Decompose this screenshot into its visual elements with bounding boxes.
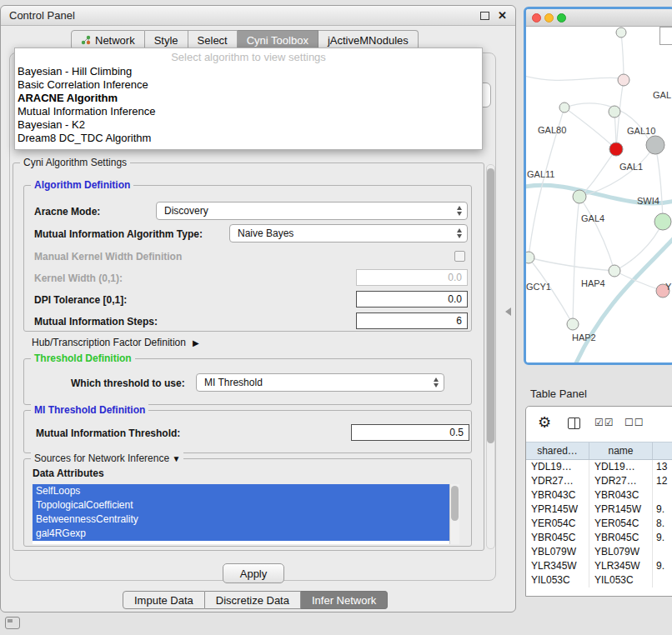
table-cell[interactable]: YBR045C <box>589 531 653 545</box>
network-node[interactable] <box>609 265 620 277</box>
settings-scrollbar[interactable] <box>486 164 495 549</box>
minimize-traffic-light-icon[interactable] <box>544 13 554 22</box>
algorithm-option[interactable]: Dream8 DC_TDC Algorithm <box>15 132 482 145</box>
table-cell[interactable]: 9. <box>653 502 672 517</box>
zoom-traffic-light-icon[interactable] <box>557 13 566 22</box>
algorithm-option[interactable]: Bayesian - K2 <box>15 118 482 132</box>
table-row[interactable]: YBR043CYBR043C <box>526 488 672 502</box>
dpi-tolerance-field[interactable]: 0.0 <box>356 291 468 308</box>
table-row[interactable]: YIL053CYIL053C <box>526 573 672 588</box>
table-cell[interactable]: YPR145W <box>589 502 653 517</box>
table-cell[interactable]: YBL079W <box>526 545 589 559</box>
table-row[interactable]: YLR345WYLR345W9. <box>526 559 672 573</box>
column-header[interactable] <box>653 442 672 459</box>
table-cell[interactable]: YBR043C <box>589 488 653 502</box>
table-cell[interactable]: 9. <box>653 531 672 545</box>
network-node[interactable] <box>609 106 620 118</box>
tab-impute-data[interactable]: Impute Data <box>123 591 205 609</box>
table-cell[interactable] <box>653 488 672 502</box>
table-cell[interactable]: YER054C <box>526 517 589 531</box>
node-label: HAP4 <box>581 278 605 288</box>
aracne-mode-combo[interactable]: Discovery <box>156 202 468 220</box>
network-node[interactable] <box>609 142 623 156</box>
mi-threshold-field[interactable]: 0.5 <box>351 424 469 441</box>
table-row[interactable]: YBL079WYBL079W <box>526 545 672 559</box>
table-cell[interactable] <box>653 573 672 588</box>
node-label: HAP2 <box>572 332 596 342</box>
attribute-list-item[interactable]: TopologicalCoefficient <box>33 498 459 512</box>
table-cell[interactable]: 13 <box>653 460 672 474</box>
manual-kernel-width-label: Manual Kernel Width Definition <box>34 248 182 266</box>
table-cell[interactable]: YDL19… <box>526 460 589 474</box>
table-row[interactable]: YER054CYER054C8. <box>526 517 672 531</box>
algorithm-option[interactable]: Bayesian - Hill Climbing <box>15 65 482 78</box>
table-cell[interactable]: 9. <box>653 559 672 573</box>
kernel-width-field[interactable]: 0.0 <box>356 269 468 286</box>
table-cell[interactable]: YER054C <box>589 517 653 531</box>
network-node[interactable] <box>573 190 586 203</box>
algorithm-definition-group: Algorithm Definition Aracne Mode: Discov… <box>23 185 472 332</box>
algorithm-option[interactable]: ARACNE Algorithm <box>15 92 482 105</box>
data-attributes-list[interactable]: SelfLoopsTopologicalCoefficientBetweenne… <box>33 484 459 544</box>
mi-steps-field[interactable]: 6 <box>356 312 468 329</box>
apply-button[interactable]: Apply <box>223 563 284 583</box>
table-cell[interactable]: YDR27… <box>526 474 589 488</box>
table-cell[interactable]: YBR045C <box>526 531 589 545</box>
combo-arrows-icon <box>457 228 462 238</box>
network-node[interactable] <box>654 213 671 230</box>
table-cell[interactable]: YPR145W <box>526 502 589 517</box>
network-node[interactable] <box>526 252 534 263</box>
network-graph[interactable]: GALGAL80GAL10GAL11GAL1SWI4GAL4GCY1HAP4YH… <box>526 27 672 365</box>
table-cell[interactable]: YIL053C <box>526 573 589 588</box>
close-traffic-light-icon[interactable] <box>532 13 541 22</box>
tab-discretize-data[interactable]: Discretize Data <box>205 591 301 609</box>
deselect-all-checkboxes-icon[interactable]: ☐☐ <box>624 417 644 428</box>
dpi-tolerance-label: DPI Tolerance [0,1]: <box>34 291 127 309</box>
column-header[interactable]: name <box>589 442 653 459</box>
table-cell[interactable]: YLR345W <box>526 559 589 573</box>
table-row[interactable]: YDL19…YDL19…13 <box>526 460 672 474</box>
algorithm-option[interactable]: Basic Correlation Inference <box>15 78 482 92</box>
close-icon[interactable]: ✕ <box>498 10 507 22</box>
tab-infer-network[interactable]: Infer Network <box>301 591 388 609</box>
table-cell[interactable]: 8. <box>653 517 672 531</box>
column-header[interactable]: shared… <box>526 442 589 459</box>
network-node[interactable] <box>559 102 569 112</box>
float-window-icon[interactable] <box>480 12 489 20</box>
attribute-list-item[interactable]: SelfLoops <box>33 484 459 498</box>
which-threshold-combo[interactable]: MI Threshold <box>196 373 444 392</box>
table-cell[interactable]: YBL079W <box>589 545 653 559</box>
column-selector-icon[interactable] <box>568 418 580 429</box>
table-row[interactable]: YPR145WYPR145W9. <box>526 502 672 517</box>
table-row[interactable]: YDR27…YDR27…12 <box>526 474 672 488</box>
select-all-checkboxes-icon[interactable]: ☑☑ <box>594 417 614 428</box>
table-cell[interactable]: YLR345W <box>589 559 653 573</box>
table-cell[interactable]: YBR043C <box>526 488 589 502</box>
sources-title[interactable]: Sources for Network Inference ▼ <box>31 452 183 465</box>
network-node[interactable] <box>618 74 629 86</box>
network-window-titlebar[interactable] <box>526 9 672 27</box>
table-cell[interactable]: 12 <box>653 474 672 488</box>
which-threshold-value: MI Threshold <box>204 377 427 388</box>
table-cell[interactable]: YDL19… <box>589 460 653 474</box>
attributes-list-scrollbar[interactable] <box>449 484 459 544</box>
attribute-list-item[interactable]: BetweennessCentrality <box>33 512 459 527</box>
mi-algorithm-type-combo[interactable]: Naive Bayes <box>229 224 468 242</box>
algorithm-option[interactable]: Mutual Information Inference <box>15 105 482 118</box>
manual-kernel-width-checkbox[interactable] <box>454 251 465 262</box>
network-node[interactable] <box>646 136 664 154</box>
network-canvas[interactable]: GALGAL80GAL10GAL11GAL1SWI4GAL4GCY1HAP4YH… <box>526 27 672 362</box>
table-cell[interactable]: YIL053C <box>589 573 653 588</box>
minimized-panel-icon[interactable] <box>5 617 20 629</box>
attribute-list-item[interactable]: gal4RGexp <box>33 527 459 541</box>
hub-transcription-factor-toggle[interactable]: Hub/Transcription Factor Definition ▶ <box>32 337 199 348</box>
panel-splitter-arrow-icon[interactable] <box>505 308 511 316</box>
network-node[interactable] <box>567 318 579 330</box>
aracne-mode-label: Aracne Mode: <box>34 202 100 221</box>
table-row[interactable]: YBR045CYBR045C9. <box>526 531 672 545</box>
gear-icon[interactable]: ⚙ <box>538 414 551 431</box>
table-cell[interactable] <box>653 545 672 559</box>
node-label: GAL1 <box>619 162 643 172</box>
table-cell[interactable]: YDR27… <box>589 474 653 488</box>
network-node[interactable] <box>616 28 626 38</box>
